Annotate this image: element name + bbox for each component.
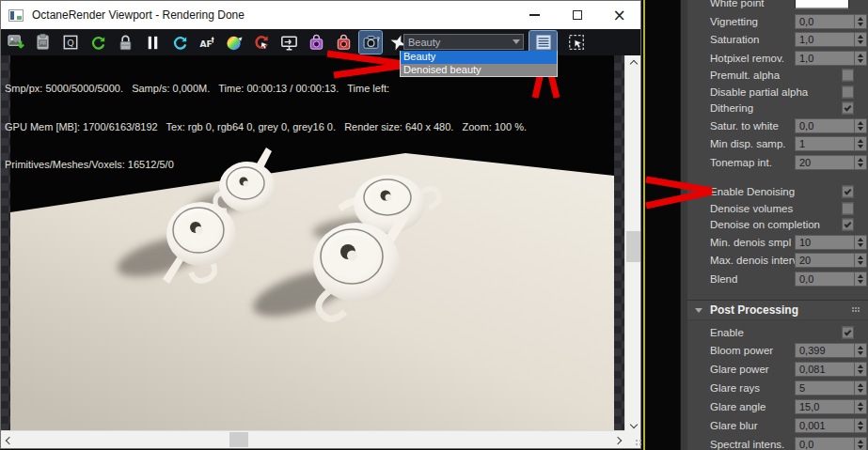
setting-label: Denoise volumes: [710, 203, 793, 214]
blend-field[interactable]: 0,0: [795, 272, 867, 287]
copy-to-clipboard-button[interactable]: [32, 31, 55, 54]
spinner-arrows[interactable]: [854, 272, 866, 286]
pick-focus-button[interactable]: [223, 31, 245, 54]
setting-row-disable-partial-alpha: Disable partial alpha: [687, 84, 868, 101]
maximize-icon: [573, 10, 582, 20]
octane-app-icon: [8, 9, 24, 22]
grip-dots-icon: [636, 443, 638, 445]
premult-alpha-checkbox[interactable]: [842, 70, 854, 82]
svg-text:AF: AF: [199, 39, 212, 49]
glare-power-field[interactable]: 0,081: [795, 362, 867, 377]
spinner-arrows[interactable]: [854, 137, 866, 150]
setting-label: Min disp. samp.: [710, 138, 786, 149]
spinner-arrows[interactable]: [854, 119, 866, 132]
setting-label: Dithering: [710, 102, 753, 114]
spinner-arrows[interactable]: [854, 344, 866, 357]
setting-row-glare-angle: Glare angle15,0: [687, 397, 868, 416]
setting-row-min-disp-samp: Min disp. samp.1: [687, 135, 868, 154]
glare-rays-field[interactable]: 5: [795, 380, 867, 396]
dithering-checkbox[interactable]: [842, 102, 854, 115]
app-root: OctaneRender Viewport - Rendering Done ×…: [0, 0, 868, 450]
lock-image-button[interactable]: [114, 31, 136, 54]
setting-row-vignetting: Vignetting0,0: [687, 12, 868, 31]
satur-to-white-field[interactable]: 0,0: [795, 118, 867, 133]
minimize-icon: [529, 14, 540, 16]
section-grip-icon: [852, 307, 860, 313]
spinner-arrows[interactable]: [854, 33, 866, 46]
glare-angle-field[interactable]: 15,0: [795, 399, 867, 414]
dropdown-option-beauty[interactable]: Beauty: [401, 51, 557, 64]
restart-render-button[interactable]: [87, 31, 109, 54]
stats-line-primitives: Primitives/Meshes/Voxels: 16512/5/0: [5, 159, 527, 172]
spinner-arrows[interactable]: [854, 400, 866, 413]
spinner-arrows[interactable]: [854, 438, 866, 450]
scroll-right-button[interactable]: [609, 432, 625, 448]
setting-row-blend: Blend0,0: [687, 270, 868, 288]
min-disp-samp-field[interactable]: 1: [795, 136, 867, 151]
horizontal-scrollbar[interactable]: [1, 430, 625, 448]
chevron-right-icon: [613, 436, 621, 443]
saturation-field[interactable]: 1,0: [795, 32, 867, 47]
setting-row-min-denois-smpl: Min. denois smpl10: [687, 233, 868, 252]
render-canvas[interactable]: Smp/px: 5000/5000/5000. Samp/s: 0,000M. …: [1, 55, 625, 432]
disable-partial-alpha-checkbox[interactable]: [842, 85, 854, 98]
spinner-arrows[interactable]: [854, 381, 866, 395]
autofocus-button[interactable]: AF: [196, 31, 218, 54]
svg-text:Q: Q: [67, 38, 74, 48]
minimize-button[interactable]: [513, 1, 556, 29]
setting-row-max-denois-interv: Max. denois interv20: [687, 252, 868, 271]
denoise-volumes-checkbox[interactable]: [842, 202, 854, 214]
vignetting-field[interactable]: 0,0: [795, 14, 867, 29]
camera-imager-settings-button[interactable]: ?: [359, 31, 382, 54]
hotpixel-remov-field[interactable]: 1,0: [795, 51, 867, 66]
refresh-render-button[interactable]: [168, 31, 191, 54]
horizontal-scroll-thumb[interactable]: [229, 432, 248, 447]
camera-imager-settings-panel: White pointVignetting0,0Saturation1,0Hot…: [687, 0, 868, 450]
close-button[interactable]: ×: [598, 1, 640, 29]
display-mode-select[interactable]: Beauty: [403, 34, 524, 50]
resize-grip[interactable]: [624, 430, 640, 448]
spinner-arrows[interactable]: [854, 236, 866, 249]
panel-edge-strip: [680, 0, 687, 450]
save-render-button[interactable]: [5, 31, 27, 54]
denoise-on-completion-checkbox[interactable]: [842, 219, 854, 231]
white-point-swatch[interactable]: [795, 0, 849, 9]
setting-label: Blend: [710, 273, 737, 285]
titlebar[interactable]: OctaneRender Viewport - Rendering Done ×: [1, 1, 640, 29]
max-denois-interv-field[interactable]: 20: [795, 253, 867, 268]
spinner-arrows[interactable]: [854, 52, 866, 65]
min-denois-smpl-field[interactable]: 10: [795, 235, 867, 250]
glare-blur-field[interactable]: 0,001: [795, 418, 867, 433]
vertical-scroll-thumb[interactable]: [626, 231, 640, 262]
pick-white-balance-button[interactable]: [250, 31, 273, 54]
setting-label: Premult. alpha: [710, 70, 780, 81]
pick-render-target-button[interactable]: [562, 31, 590, 54]
lock-resolution-button[interactable]: [277, 31, 300, 54]
spinner-arrows[interactable]: [854, 363, 866, 376]
enable-denoising-checkbox[interactable]: [842, 186, 854, 198]
scroll-left-button[interactable]: [1, 432, 17, 448]
find-in-scene-button[interactable]: Q: [59, 31, 82, 54]
enable-checkbox[interactable]: [842, 327, 854, 339]
spinner-arrows[interactable]: [854, 254, 866, 267]
setting-row-bloom-power: Bloom power0,399: [687, 341, 868, 360]
tonemap-int-field[interactable]: 20: [795, 155, 867, 170]
vertical-scrollbar[interactable]: [624, 55, 640, 432]
dropdown-option-denoised-beauty[interactable]: Denoised beauty: [401, 64, 557, 77]
spectral-intens-field[interactable]: 0,0: [795, 437, 867, 450]
scroll-up-button[interactable]: [625, 55, 641, 71]
stats-line-gpu: GPU Mem [MB]: 1700/6163/8192 Tex: rgb 0,…: [5, 121, 527, 134]
display-mode-dropdown-list: BeautyDenoised beauty: [400, 51, 558, 77]
setting-row-white-point: White point: [687, 0, 868, 12]
maximize-button[interactable]: [556, 1, 598, 29]
chevron-left-icon: [5, 436, 12, 443]
setting-row-saturation: Saturation1,0: [687, 31, 868, 50]
spinner-arrows[interactable]: [854, 419, 866, 432]
pause-render-button[interactable]: [141, 31, 164, 54]
post-processing-header[interactable]: Post Processing: [687, 300, 868, 320]
spinner-arrows[interactable]: [854, 15, 866, 28]
spinner-arrows[interactable]: [854, 156, 866, 169]
bloom-power-field[interactable]: 0,399: [795, 343, 867, 358]
pick-material-button[interactable]: [332, 31, 355, 54]
pick-object-button[interactable]: [305, 31, 327, 54]
